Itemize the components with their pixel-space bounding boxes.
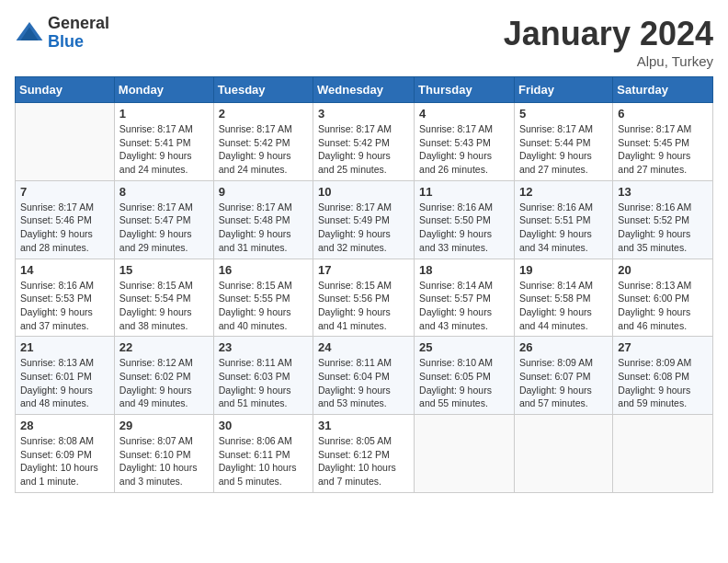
calendar-cell: 17Sunrise: 8:15 AM Sunset: 5:56 PM Dayli…: [313, 259, 415, 337]
day-number: 10: [318, 185, 409, 199]
calendar-cell: 18Sunrise: 8:14 AM Sunset: 5:57 PM Dayli…: [415, 259, 515, 337]
calendar-week-row: 7Sunrise: 8:17 AM Sunset: 5:46 PM Daylig…: [16, 180, 713, 259]
day-number: 29: [119, 419, 209, 432]
day-number: 2: [219, 107, 308, 121]
month-title: January 2024: [504, 15, 713, 53]
calendar-cell: 19Sunrise: 8:14 AM Sunset: 5:58 PM Dayli…: [514, 259, 612, 337]
day-info: Sunrise: 8:07 AM Sunset: 6:10 PM Dayligh…: [119, 434, 209, 488]
day-info: Sunrise: 8:16 AM Sunset: 5:51 PM Dayligh…: [519, 201, 608, 255]
calendar-cell: 24Sunrise: 8:11 AM Sunset: 6:04 PM Dayli…: [313, 337, 415, 415]
day-number: 14: [20, 263, 109, 277]
day-info: Sunrise: 8:06 AM Sunset: 6:11 PM Dayligh…: [219, 434, 308, 488]
day-info: Sunrise: 8:17 AM Sunset: 5:45 PM Dayligh…: [618, 122, 708, 177]
logo-general-text: General: [48, 15, 109, 33]
day-info: Sunrise: 8:17 AM Sunset: 5:42 PM Dayligh…: [219, 122, 308, 177]
weekday-header-row: SundayMondayTuesdayWednesdayThursdayFrid…: [16, 77, 713, 103]
day-number: 27: [618, 340, 708, 354]
day-number: 19: [519, 263, 608, 277]
logo: General Blue: [15, 15, 109, 52]
calendar-cell: 13Sunrise: 8:16 AM Sunset: 5:52 PM Dayli…: [613, 180, 713, 259]
calendar-cell: 21Sunrise: 8:13 AM Sunset: 6:01 PM Dayli…: [16, 337, 115, 415]
day-info: Sunrise: 8:14 AM Sunset: 5:58 PM Dayligh…: [519, 279, 608, 333]
day-number: 16: [219, 263, 308, 277]
day-number: 5: [519, 107, 608, 121]
day-number: 15: [119, 263, 209, 277]
day-number: 22: [119, 340, 209, 354]
calendar-cell: 30Sunrise: 8:06 AM Sunset: 6:11 PM Dayli…: [213, 415, 313, 493]
logo-blue-text: Blue: [48, 33, 109, 52]
day-info: Sunrise: 8:14 AM Sunset: 5:57 PM Dayligh…: [419, 279, 509, 333]
weekday-header-friday: Friday: [514, 77, 612, 103]
calendar-body: 1Sunrise: 8:17 AM Sunset: 5:41 PM Daylig…: [16, 103, 713, 493]
calendar-cell: 29Sunrise: 8:07 AM Sunset: 6:10 PM Dayli…: [114, 415, 213, 493]
day-number: 30: [219, 419, 308, 432]
day-number: 18: [419, 263, 509, 277]
day-number: 8: [119, 185, 209, 199]
day-info: Sunrise: 8:09 AM Sunset: 6:07 PM Dayligh…: [519, 356, 608, 410]
day-number: 6: [618, 107, 708, 121]
calendar-cell: 15Sunrise: 8:15 AM Sunset: 5:54 PM Dayli…: [114, 259, 213, 337]
calendar-cell: 6Sunrise: 8:17 AM Sunset: 5:45 PM Daylig…: [613, 103, 713, 181]
calendar-cell: 9Sunrise: 8:17 AM Sunset: 5:48 PM Daylig…: [213, 180, 313, 259]
calendar-cell: [613, 415, 713, 493]
day-info: Sunrise: 8:16 AM Sunset: 5:50 PM Dayligh…: [419, 201, 509, 255]
calendar-cell: 25Sunrise: 8:10 AM Sunset: 6:05 PM Dayli…: [415, 337, 515, 415]
calendar-cell: 28Sunrise: 8:08 AM Sunset: 6:09 PM Dayli…: [16, 415, 115, 493]
weekday-header-sunday: Sunday: [16, 77, 115, 103]
day-number: 23: [219, 340, 308, 354]
day-info: Sunrise: 8:13 AM Sunset: 6:01 PM Dayligh…: [20, 356, 109, 410]
day-number: 31: [318, 419, 409, 432]
day-number: 7: [20, 185, 109, 199]
header: General Blue January 2024 Alpu, Turkey: [15, 15, 713, 69]
day-info: Sunrise: 8:11 AM Sunset: 6:04 PM Dayligh…: [318, 356, 409, 410]
weekday-header-saturday: Saturday: [613, 77, 713, 103]
day-info: Sunrise: 8:16 AM Sunset: 5:52 PM Dayligh…: [618, 201, 708, 255]
day-number: 24: [318, 340, 409, 354]
calendar-cell: 3Sunrise: 8:17 AM Sunset: 5:42 PM Daylig…: [313, 103, 415, 181]
calendar-cell: 16Sunrise: 8:15 AM Sunset: 5:55 PM Dayli…: [213, 259, 313, 337]
day-info: Sunrise: 8:15 AM Sunset: 5:54 PM Dayligh…: [119, 279, 209, 333]
calendar-cell: [415, 415, 515, 493]
day-number: 25: [419, 340, 509, 354]
day-info: Sunrise: 8:05 AM Sunset: 6:12 PM Dayligh…: [318, 434, 409, 488]
day-info: Sunrise: 8:16 AM Sunset: 5:53 PM Dayligh…: [20, 279, 109, 333]
calendar-cell: 12Sunrise: 8:16 AM Sunset: 5:51 PM Dayli…: [514, 180, 612, 259]
day-info: Sunrise: 8:15 AM Sunset: 5:55 PM Dayligh…: [219, 279, 308, 333]
day-info: Sunrise: 8:10 AM Sunset: 6:05 PM Dayligh…: [419, 356, 509, 410]
calendar-table: SundayMondayTuesdayWednesdayThursdayFrid…: [15, 76, 713, 493]
calendar-cell: 22Sunrise: 8:12 AM Sunset: 6:02 PM Dayli…: [114, 337, 213, 415]
day-info: Sunrise: 8:17 AM Sunset: 5:44 PM Dayligh…: [519, 122, 608, 177]
calendar-week-row: 1Sunrise: 8:17 AM Sunset: 5:41 PM Daylig…: [16, 103, 713, 181]
calendar-cell: 8Sunrise: 8:17 AM Sunset: 5:47 PM Daylig…: [114, 180, 213, 259]
day-info: Sunrise: 8:17 AM Sunset: 5:42 PM Dayligh…: [318, 122, 409, 177]
day-number: 1: [119, 107, 209, 121]
day-info: Sunrise: 8:17 AM Sunset: 5:49 PM Dayligh…: [318, 201, 409, 255]
day-info: Sunrise: 8:11 AM Sunset: 6:03 PM Dayligh…: [219, 356, 308, 410]
calendar-cell: 26Sunrise: 8:09 AM Sunset: 6:07 PM Dayli…: [514, 337, 612, 415]
calendar-cell: 1Sunrise: 8:17 AM Sunset: 5:41 PM Daylig…: [114, 103, 213, 181]
calendar-cell: [514, 415, 612, 493]
calendar-cell: 27Sunrise: 8:09 AM Sunset: 6:08 PM Dayli…: [613, 337, 713, 415]
day-info: Sunrise: 8:17 AM Sunset: 5:48 PM Dayligh…: [219, 201, 308, 255]
day-info: Sunrise: 8:08 AM Sunset: 6:09 PM Dayligh…: [20, 434, 109, 488]
day-info: Sunrise: 8:09 AM Sunset: 6:08 PM Dayligh…: [618, 356, 708, 410]
day-number: 26: [519, 340, 608, 354]
calendar-cell: [16, 103, 115, 181]
calendar-week-row: 14Sunrise: 8:16 AM Sunset: 5:53 PM Dayli…: [16, 259, 713, 337]
day-number: 4: [419, 107, 509, 121]
calendar-cell: 4Sunrise: 8:17 AM Sunset: 5:43 PM Daylig…: [415, 103, 515, 181]
day-number: 21: [20, 340, 109, 354]
weekday-header-thursday: Thursday: [415, 77, 515, 103]
day-info: Sunrise: 8:17 AM Sunset: 5:46 PM Dayligh…: [20, 201, 109, 255]
logo-icon: [15, 18, 44, 48]
day-number: 3: [318, 107, 409, 121]
calendar-cell: 2Sunrise: 8:17 AM Sunset: 5:42 PM Daylig…: [213, 103, 313, 181]
calendar-header: SundayMondayTuesdayWednesdayThursdayFrid…: [16, 77, 713, 103]
weekday-header-wednesday: Wednesday: [313, 77, 415, 103]
calendar-cell: 31Sunrise: 8:05 AM Sunset: 6:12 PM Dayli…: [313, 415, 415, 493]
day-number: 9: [219, 185, 308, 199]
calendar-cell: 11Sunrise: 8:16 AM Sunset: 5:50 PM Dayli…: [415, 180, 515, 259]
day-number: 28: [20, 419, 109, 432]
calendar-cell: 7Sunrise: 8:17 AM Sunset: 5:46 PM Daylig…: [16, 180, 115, 259]
calendar-cell: 5Sunrise: 8:17 AM Sunset: 5:44 PM Daylig…: [514, 103, 612, 181]
